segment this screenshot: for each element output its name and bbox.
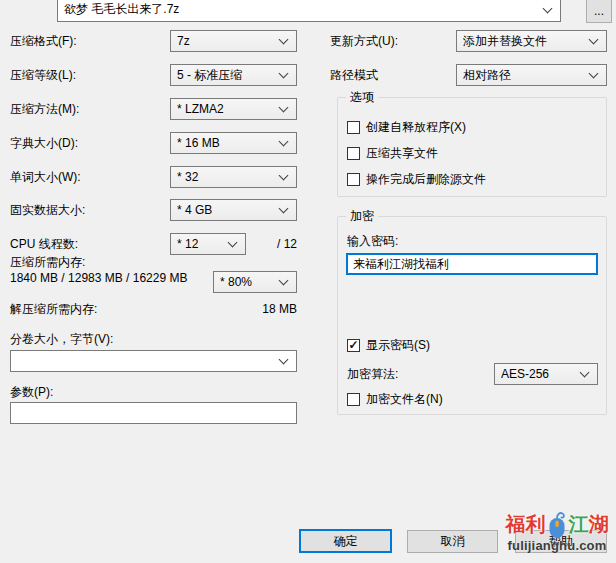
memory-compress-label: 压缩所需内存: bbox=[10, 255, 85, 270]
chevron-down-icon bbox=[589, 69, 599, 79]
word-size-label: 单词大小(W): bbox=[10, 166, 81, 188]
cpu-threads-label: CPU 线程数: bbox=[10, 233, 78, 255]
cpu-threads-select[interactable]: * 12 bbox=[170, 233, 246, 255]
format-label: 压缩格式(F): bbox=[10, 30, 77, 52]
checkbox-create-sfx-label: 创建自释放程序(X) bbox=[366, 119, 466, 136]
password-input[interactable]: 来福利江湖找福利 bbox=[346, 253, 598, 275]
mouse-icon bbox=[547, 510, 568, 539]
options-group-title: 选项 bbox=[346, 89, 378, 105]
chevron-down-icon bbox=[279, 69, 289, 79]
cpu-threads-max: / 12 bbox=[247, 233, 297, 255]
format-value: 7z bbox=[177, 34, 276, 48]
dictionary-value: * 16 MB bbox=[177, 136, 276, 150]
parameters-label: 参数(P): bbox=[10, 381, 53, 403]
encryption-method-label: 加密算法: bbox=[347, 363, 398, 385]
checkbox-icon[interactable]: ✓ bbox=[347, 339, 360, 352]
method-label: 压缩方法(M): bbox=[10, 98, 79, 120]
chevron-down-icon[interactable] bbox=[279, 355, 289, 365]
dictionary-select[interactable]: * 16 MB bbox=[170, 132, 297, 154]
chevron-down-icon bbox=[580, 368, 590, 378]
password-label: 输入密码: bbox=[347, 230, 398, 252]
path-mode-label: 路径模式 bbox=[330, 64, 378, 86]
encryption-method-value: AES-256 bbox=[501, 367, 577, 381]
update-mode-select[interactable]: 添加并替换文件 bbox=[456, 30, 607, 52]
ok-button[interactable]: 确定 bbox=[299, 529, 392, 553]
path-mode-select[interactable]: 相对路径 bbox=[456, 64, 607, 86]
fulijianghu-watermark: 福 利 江 湖 fulijianghu.com bbox=[498, 509, 616, 561]
update-mode-value: 添加并替换文件 bbox=[463, 33, 586, 50]
checkbox-compress-shared-label: 压缩共享文件 bbox=[366, 145, 438, 162]
checkbox-delete-after[interactable]: 操作完成后删除源文件 bbox=[347, 171, 486, 187]
chevron-down-icon bbox=[589, 35, 599, 45]
solid-block-label: 固实数据大小: bbox=[10, 199, 85, 221]
checkbox-icon[interactable] bbox=[347, 393, 360, 406]
checkbox-icon[interactable] bbox=[347, 173, 360, 186]
solid-block-value: * 4 GB bbox=[177, 203, 276, 217]
solid-block-select[interactable]: * 4 GB bbox=[170, 199, 297, 221]
checkbox-delete-after-label: 操作完成后删除源文件 bbox=[366, 171, 486, 188]
dictionary-label: 字典大小(D): bbox=[10, 132, 78, 154]
volume-size-label: 分卷大小，字节(V): bbox=[10, 328, 113, 350]
watermark-char: 湖 bbox=[589, 510, 609, 538]
chevron-down-icon bbox=[228, 238, 238, 248]
checkbox-encrypt-filenames-label: 加密文件名(N) bbox=[366, 391, 443, 408]
checkbox-show-password[interactable]: ✓ 显示密码(S) bbox=[347, 337, 430, 353]
volume-size-combobox[interactable] bbox=[10, 350, 297, 372]
watermark-site-text: fulijianghu.com bbox=[498, 539, 616, 553]
level-select[interactable]: 5 - 标准压缩 bbox=[170, 64, 297, 86]
encryption-group-title: 加密 bbox=[346, 208, 378, 224]
parameters-input[interactable] bbox=[10, 402, 297, 424]
checkbox-compress-shared[interactable]: 压缩共享文件 bbox=[347, 145, 438, 161]
watermark-char: 利 bbox=[526, 510, 546, 538]
level-label: 压缩等级(L): bbox=[10, 64, 76, 86]
chevron-down-icon bbox=[279, 171, 289, 181]
archive-dialog: { "dialog": { "bg": "#f0f0f0", "accent":… bbox=[0, 0, 616, 563]
checkbox-encrypt-filenames[interactable]: 加密文件名(N) bbox=[347, 391, 443, 407]
cpu-threads-value: * 12 bbox=[177, 237, 225, 251]
chevron-down-icon bbox=[279, 103, 289, 113]
browse-button-label: ... bbox=[594, 4, 604, 18]
password-value: 来福利江湖找福利 bbox=[353, 256, 449, 273]
chevron-down-icon bbox=[279, 276, 289, 286]
method-select[interactable]: * LZMA2 bbox=[170, 98, 297, 120]
update-mode-label: 更新方式(U): bbox=[330, 30, 398, 52]
memory-percent-value: * 80% bbox=[220, 275, 276, 289]
word-size-select[interactable]: * 32 bbox=[170, 166, 297, 188]
watermark-char: 江 bbox=[569, 510, 589, 538]
chevron-down-icon bbox=[279, 137, 289, 147]
archive-name-combobox[interactable]: 欲梦 毛毛长出来了.7z bbox=[57, 0, 561, 22]
chevron-down-icon bbox=[279, 204, 289, 214]
cancel-button-label: 取消 bbox=[441, 533, 465, 550]
checkbox-icon[interactable] bbox=[347, 147, 360, 160]
memory-percent-select[interactable]: * 80% bbox=[213, 271, 297, 293]
chevron-down-icon[interactable] bbox=[543, 3, 553, 13]
memory-compress-detail: 1840 MB / 12983 MB / 16229 MB bbox=[10, 271, 187, 286]
browse-button[interactable]: ... bbox=[586, 0, 612, 23]
word-size-value: * 32 bbox=[177, 170, 276, 184]
method-value: * LZMA2 bbox=[177, 102, 276, 116]
checkbox-create-sfx[interactable]: 创建自释放程序(X) bbox=[347, 119, 466, 135]
encryption-method-select[interactable]: AES-256 bbox=[494, 363, 598, 385]
cancel-button[interactable]: 取消 bbox=[407, 530, 498, 553]
format-select[interactable]: 7z bbox=[170, 30, 297, 52]
memory-decompress-label: 解压缩所需内存: bbox=[10, 298, 97, 320]
chevron-down-icon bbox=[279, 35, 289, 45]
checkbox-show-password-label: 显示密码(S) bbox=[366, 337, 430, 354]
level-value: 5 - 标准压缩 bbox=[177, 67, 276, 84]
memory-decompress-value: 18 MB bbox=[237, 298, 297, 320]
watermark-char: 福 bbox=[506, 510, 526, 538]
ok-button-label: 确定 bbox=[334, 533, 358, 550]
path-mode-value: 相对路径 bbox=[463, 67, 586, 84]
archive-name-value[interactable]: 欲梦 毛毛长出来了.7z bbox=[64, 1, 540, 18]
checkbox-icon[interactable] bbox=[347, 121, 360, 134]
